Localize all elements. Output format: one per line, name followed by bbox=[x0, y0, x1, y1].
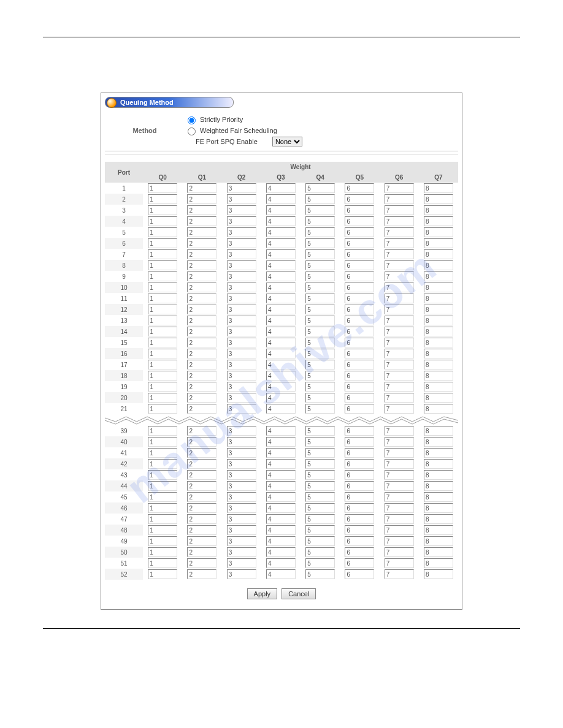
weight-input-q4[interactable] bbox=[305, 437, 335, 447]
weight-input-q3[interactable] bbox=[266, 249, 296, 259]
weight-input-q7[interactable] bbox=[424, 481, 453, 491]
weight-input-q6[interactable] bbox=[385, 426, 414, 436]
weight-input-q2[interactable] bbox=[227, 525, 256, 535]
weight-input-q4[interactable] bbox=[305, 536, 335, 546]
weight-input-q4[interactable] bbox=[305, 525, 335, 535]
weight-input-q2[interactable] bbox=[227, 503, 256, 513]
weight-input-q0[interactable] bbox=[148, 426, 177, 436]
weight-input-q3[interactable] bbox=[266, 371, 296, 381]
weight-input-q7[interactable] bbox=[424, 294, 453, 303]
weight-input-q2[interactable] bbox=[227, 305, 256, 314]
weight-input-q4[interactable] bbox=[305, 470, 335, 480]
weight-input-q5[interactable] bbox=[345, 316, 374, 325]
weight-input-q4[interactable] bbox=[305, 481, 335, 491]
weight-input-q2[interactable] bbox=[227, 437, 256, 447]
weight-input-q7[interactable] bbox=[424, 360, 453, 370]
weight-input-q6[interactable] bbox=[385, 492, 414, 502]
weight-input-q2[interactable] bbox=[227, 426, 256, 436]
weight-input-q4[interactable] bbox=[305, 238, 335, 248]
weight-input-q5[interactable] bbox=[345, 426, 374, 436]
weight-input-q7[interactable] bbox=[424, 271, 453, 281]
weight-input-q5[interactable] bbox=[345, 360, 374, 370]
weight-input-q6[interactable] bbox=[385, 338, 414, 347]
weight-input-q0[interactable] bbox=[148, 536, 177, 546]
weight-input-q1[interactable] bbox=[187, 205, 216, 215]
weight-input-q7[interactable] bbox=[424, 205, 453, 215]
weight-input-q2[interactable] bbox=[227, 338, 256, 347]
weight-input-q2[interactable] bbox=[227, 183, 256, 193]
weight-input-q3[interactable] bbox=[266, 492, 296, 502]
weight-input-q1[interactable] bbox=[187, 349, 216, 358]
weight-input-q5[interactable] bbox=[345, 492, 374, 502]
weight-input-q7[interactable] bbox=[424, 536, 453, 546]
weight-input-q6[interactable] bbox=[385, 536, 414, 546]
weight-input-q6[interactable] bbox=[385, 459, 414, 469]
weight-input-q1[interactable] bbox=[187, 271, 216, 281]
weight-input-q3[interactable] bbox=[266, 382, 296, 392]
weight-input-q0[interactable] bbox=[148, 437, 177, 447]
weight-input-q6[interactable] bbox=[385, 514, 414, 524]
weight-input-q4[interactable] bbox=[305, 547, 335, 557]
weight-input-q0[interactable] bbox=[148, 503, 177, 513]
weight-input-q4[interactable] bbox=[305, 393, 335, 403]
weight-input-q7[interactable] bbox=[424, 547, 453, 557]
weight-input-q5[interactable] bbox=[345, 349, 374, 358]
weight-input-q1[interactable] bbox=[187, 393, 216, 403]
weight-input-q1[interactable] bbox=[187, 260, 216, 270]
weight-input-q0[interactable] bbox=[148, 547, 177, 557]
weight-input-q1[interactable] bbox=[187, 360, 216, 370]
weight-input-q6[interactable] bbox=[385, 282, 414, 292]
weight-input-q4[interactable] bbox=[305, 294, 335, 303]
weight-input-q7[interactable] bbox=[424, 216, 453, 226]
weight-input-q5[interactable] bbox=[345, 525, 374, 535]
weight-input-q7[interactable] bbox=[424, 514, 453, 524]
weight-input-q7[interactable] bbox=[424, 282, 453, 292]
weight-input-q0[interactable] bbox=[148, 271, 177, 281]
weight-input-q5[interactable] bbox=[345, 227, 374, 237]
weight-input-q0[interactable] bbox=[148, 282, 177, 292]
weight-input-q0[interactable] bbox=[148, 338, 177, 347]
weight-input-q1[interactable] bbox=[187, 448, 216, 458]
weight-input-q2[interactable] bbox=[227, 514, 256, 524]
weight-input-q5[interactable] bbox=[345, 294, 374, 303]
weight-input-q7[interactable] bbox=[424, 470, 453, 480]
weight-input-q7[interactable] bbox=[424, 525, 453, 535]
weight-input-q6[interactable] bbox=[385, 260, 414, 270]
weight-input-q4[interactable] bbox=[305, 360, 335, 370]
weight-input-q5[interactable] bbox=[345, 448, 374, 458]
weight-input-q4[interactable] bbox=[305, 426, 335, 436]
weight-input-q3[interactable] bbox=[266, 470, 296, 480]
weight-input-q5[interactable] bbox=[345, 514, 374, 524]
weight-input-q7[interactable] bbox=[424, 327, 453, 336]
weight-input-q4[interactable] bbox=[305, 216, 335, 226]
weight-input-q2[interactable] bbox=[227, 360, 256, 370]
weight-input-q5[interactable] bbox=[345, 503, 374, 513]
weight-input-q0[interactable] bbox=[148, 216, 177, 226]
weight-input-q5[interactable] bbox=[345, 194, 374, 204]
weight-input-q6[interactable] bbox=[385, 393, 414, 403]
weight-input-q4[interactable] bbox=[305, 249, 335, 259]
weight-input-q2[interactable] bbox=[227, 260, 256, 270]
weight-input-q7[interactable] bbox=[424, 393, 453, 403]
weight-input-q2[interactable] bbox=[227, 536, 256, 546]
weight-input-q3[interactable] bbox=[266, 316, 296, 325]
weight-input-q1[interactable] bbox=[187, 327, 216, 336]
weight-input-q2[interactable] bbox=[227, 194, 256, 204]
weight-input-q1[interactable] bbox=[187, 503, 216, 513]
weight-input-q1[interactable] bbox=[187, 194, 216, 204]
weight-input-q2[interactable] bbox=[227, 205, 256, 215]
weight-input-q0[interactable] bbox=[148, 183, 177, 193]
weight-input-q6[interactable] bbox=[385, 249, 414, 259]
weight-input-q4[interactable] bbox=[305, 448, 335, 458]
weight-input-q5[interactable] bbox=[345, 569, 374, 579]
weight-input-q4[interactable] bbox=[305, 205, 335, 215]
weight-input-q4[interactable] bbox=[305, 227, 335, 237]
weight-input-q6[interactable] bbox=[385, 558, 414, 568]
weight-input-q0[interactable] bbox=[148, 459, 177, 469]
weight-input-q6[interactable] bbox=[385, 194, 414, 204]
weight-input-q5[interactable] bbox=[345, 282, 374, 292]
weight-input-q7[interactable] bbox=[424, 558, 453, 568]
weight-input-q3[interactable] bbox=[266, 260, 296, 270]
weight-input-q7[interactable] bbox=[424, 371, 453, 381]
weight-input-q3[interactable] bbox=[266, 426, 296, 436]
